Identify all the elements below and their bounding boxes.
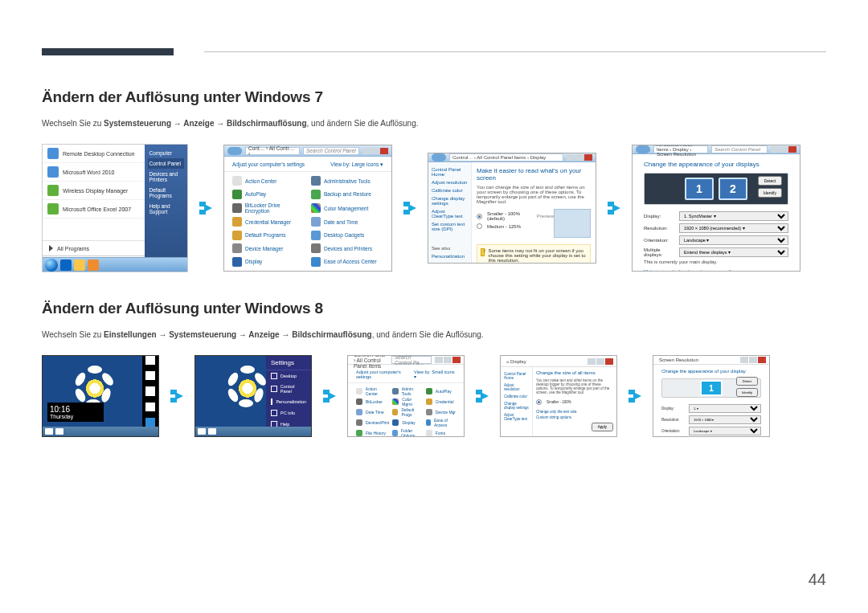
cp-item-label: BitLocker Drive Encryption xyxy=(245,202,305,214)
cp-item: Credential Manager xyxy=(232,216,305,227)
link: Change only the text size xyxy=(536,410,613,414)
detect-identify: Detect Identify xyxy=(758,176,782,198)
detect-button: Detect xyxy=(736,377,758,386)
window-titlebar: Control… › All Control Panel Items › Dis… xyxy=(428,153,596,162)
settings-item-label: Desktop xyxy=(280,374,297,378)
scale-option: Smaller - 100% xyxy=(536,399,613,405)
side-link: Control Panel Home xyxy=(432,166,468,178)
charms-bar xyxy=(142,356,158,427)
page-number: 44 xyxy=(809,570,826,589)
backup-icon xyxy=(311,190,321,199)
start-item-label: Wireless Display Manager xyxy=(63,188,128,194)
warning-text: Some items may not fit on your screen if… xyxy=(488,248,587,263)
option-label: Smaller - 100% xyxy=(547,400,571,404)
screenshot-win7-resolution: All Control Panel Items › Display › Scre… xyxy=(632,145,800,272)
cp-view-by: View by: Small icons ▾ xyxy=(414,370,456,379)
start-item: Wireless Display Manager xyxy=(43,182,145,200)
arrow-right-icon xyxy=(320,386,339,406)
display-sidebar: Control Panel Home Adjust resolution Cal… xyxy=(428,162,472,264)
start-right-item: Help and Support xyxy=(148,201,184,217)
cp-item: Color Mgmt xyxy=(392,397,422,407)
cp-item: Devices and Printers xyxy=(311,243,383,254)
address-bar: All Control Panel Items › Display › Scre… xyxy=(653,145,708,153)
nav-back-forward-icon xyxy=(432,153,446,161)
cp-item: AutoPlay xyxy=(426,386,456,396)
address-bar: « Display xyxy=(504,358,584,366)
devices-charm-icon xyxy=(145,403,155,411)
window-buttons xyxy=(362,148,388,154)
start-item-label: Remote Desktop Connection xyxy=(63,151,135,157)
start-right-item: Default Programs xyxy=(148,185,184,201)
radio-icon xyxy=(536,399,542,405)
side-link: Control Panel Home xyxy=(504,370,529,382)
gadgets-icon xyxy=(311,231,321,240)
side-link: Calibrate color xyxy=(432,186,468,194)
side-link: Calibrate color xyxy=(504,393,529,400)
select-orientation: Landscape ▾ xyxy=(679,235,788,245)
search-charm-icon xyxy=(145,356,155,365)
search-field: Search Control Panel xyxy=(711,145,768,153)
display-desc: You can make text and other items on the… xyxy=(536,378,613,394)
start-right-item: Computer xyxy=(148,148,184,158)
cp-item-label: AutoPlay xyxy=(245,191,266,197)
window-titlebar: Screen Resolution xyxy=(653,356,769,365)
start-item: Remote Desktop Connection xyxy=(43,145,145,163)
display-links: Change only the text size Custom sizing … xyxy=(536,410,613,419)
screenshot-win7-display: Control… › All Control Panel Items › Dis… xyxy=(428,153,596,264)
window-buttons xyxy=(740,357,766,363)
settings-charm-icon xyxy=(145,418,155,427)
cp-item: Device Manager xyxy=(232,243,305,254)
cp-item-label: Administrative Tools xyxy=(324,178,371,184)
device-manager-icon xyxy=(232,243,242,253)
window-buttons xyxy=(771,146,796,153)
display-body: Control Panel Home Adjust resolution Cal… xyxy=(501,367,616,436)
preview-label: Preview xyxy=(537,214,554,219)
detect-identify: Detect Identify xyxy=(736,377,758,397)
resolution-main: Change the appearance of your displays 1… xyxy=(633,154,800,272)
identify-button: Identify xyxy=(736,388,758,397)
arrow-right-icon xyxy=(167,386,186,406)
bitlocker-icon xyxy=(232,203,242,213)
display-main: Change the size of all items You can mak… xyxy=(533,367,616,436)
arrow-right-icon xyxy=(473,386,492,406)
nav-back-forward-icon xyxy=(636,145,650,153)
screenshot-win8-display: « Display Control Panel Home Adjust reso… xyxy=(500,355,617,437)
cp-items-grid: Action Center Admin. Tools AutoPlay BitL… xyxy=(348,383,464,437)
select-display: 1. SyncMaster ▾ xyxy=(679,211,788,221)
arrow-right-icon xyxy=(604,198,624,218)
action-center-icon xyxy=(232,176,242,186)
cp-item: Action Center xyxy=(232,175,305,186)
row-resolution: Resolution:1920 × 1080 (recommended) ▾ xyxy=(644,223,788,233)
arrow-right-icon xyxy=(625,386,645,406)
screenshot-win7-control-panel: Cont… › All Contr… › Search Control Pane… xyxy=(223,145,392,272)
start-item-label: Microsoft Word 2010 xyxy=(63,170,114,175)
select-resolution: 1920 × 1080 ▾ xyxy=(689,415,761,424)
instr-path: Systemsteuerung → Anzeige → Bildschirmau… xyxy=(104,119,306,128)
start-item: Microsoft Word 2010 xyxy=(43,163,145,182)
start-item-label: Microsoft Office Excel 2007 xyxy=(63,206,131,212)
cp-item: Action Center xyxy=(356,386,389,396)
pc-info-icon xyxy=(271,410,277,416)
all-programs: All Programs xyxy=(43,240,145,255)
settings-item-label: PC info xyxy=(280,411,295,415)
arrow-right-icon xyxy=(196,198,215,218)
start-orb-icon xyxy=(45,259,58,272)
cp-header-text: Adjust your computer's settings xyxy=(356,370,414,379)
screenshot-win8-control-panel: Control Panel › All Control Panel Items … xyxy=(347,355,465,437)
apply-button: Apply xyxy=(592,423,613,431)
side-link: Change display settings xyxy=(504,400,529,411)
radio-icon xyxy=(477,223,482,229)
settings-item: Desktop xyxy=(266,370,311,382)
cp-item: Credential xyxy=(426,397,456,407)
cp-header: Adjust your computer's settings View by:… xyxy=(224,157,391,172)
side-link: Adjust resolution xyxy=(432,178,468,186)
settings-item-label: Control Panel xyxy=(280,384,306,394)
row-multiple: Multiple displays:Extend these displays … xyxy=(644,247,788,257)
warning-banner: Some items may not fit on your screen if… xyxy=(477,244,591,264)
cp-header-text: Adjust your computer's settings xyxy=(232,161,305,168)
monitor-1-icon: 1 xyxy=(700,380,723,396)
cp-item: Display xyxy=(392,418,422,427)
side-link: Devices and Printers xyxy=(432,260,468,264)
resolution-main: Change the appearance of your display 1 … xyxy=(653,365,769,437)
cp-item: AutoPlay xyxy=(232,188,305,199)
